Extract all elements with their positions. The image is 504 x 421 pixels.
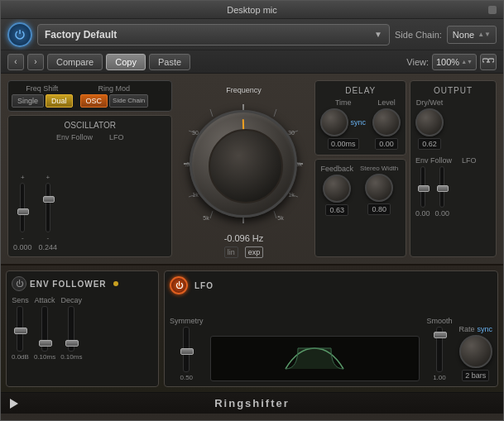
- output-controls: Dry/Wet 0.62: [415, 98, 491, 150]
- plus-label-osc: +: [21, 174, 25, 181]
- delay-time-knob[interactable]: [320, 108, 348, 136]
- lfo-osc-slider[interactable]: [46, 183, 50, 232]
- view-arrows: ▲▼: [461, 59, 473, 65]
- view-zoom-dropdown[interactable]: 100% ▲▼: [432, 54, 477, 70]
- env-attack-label: Attack: [35, 296, 55, 304]
- output-env-slider[interactable]: [420, 166, 425, 208]
- lfo-sync-label[interactable]: sync: [477, 325, 492, 333]
- preset-arrow: ▼: [374, 30, 382, 39]
- lfo-controls: Symmetry 0.50: [170, 298, 492, 381]
- lfo-title: LFO: [194, 281, 214, 290]
- env-decay-thumb[interactable]: [65, 340, 79, 347]
- delay-time-label: Time: [335, 98, 352, 107]
- lfo-osc-thumb[interactable]: [43, 196, 55, 203]
- bottom-label: Ringshifter: [1, 392, 503, 414]
- env-follow-slider[interactable]: [20, 183, 25, 232]
- rate-sync-row: Rate sync: [458, 325, 492, 333]
- frequency-knob[interactable]: [190, 110, 297, 218]
- lfo-box: ⏻ LFO Symmetry 0.50: [164, 270, 498, 387]
- nav-next-button[interactable]: ›: [27, 54, 44, 70]
- mode-buttons-panel: Freq Shift Single Dual Ring Mod OSC Side…: [7, 80, 172, 112]
- svg-text:1k: 1k: [289, 192, 295, 198]
- delay-stereo-group: Stereo Width 0.80: [360, 165, 398, 215]
- view-value: 100%: [436, 57, 459, 67]
- output-lfo-slider[interactable]: [439, 166, 444, 208]
- output-lfo-thumb[interactable]: [437, 185, 449, 192]
- link-button[interactable]: [480, 54, 497, 70]
- lfo-symmetry-label: Symmetry: [170, 317, 204, 325]
- env-power-button[interactable]: ⏻: [12, 276, 26, 291]
- play-button[interactable]: [7, 397, 21, 410]
- env-sens-slider[interactable]: [17, 306, 23, 352]
- exp-button[interactable]: exp: [245, 246, 264, 258]
- env-attack-slider[interactable]: [41, 306, 48, 352]
- output-env-slider-group: 0.00: [415, 166, 430, 218]
- oscillator-title: OSCILLATOR: [13, 121, 166, 130]
- output-sliders-row: 0.00 0.00: [415, 166, 491, 218]
- delay-feedback-value: 0.63: [325, 204, 348, 216]
- sidechain-value: None: [453, 30, 474, 40]
- copy-button[interactable]: Copy: [106, 54, 146, 70]
- svg-line-4: [210, 109, 213, 117]
- delay-stereo-value: 0.80: [367, 203, 391, 215]
- preset-name: Factory Default: [45, 29, 117, 41]
- delay-title: DELAY: [320, 86, 401, 95]
- delay-right: DELAY Time sync 0.00ms: [314, 80, 406, 257]
- env-follower-box: ⏻ ENV FOLLOWER Sens 0.0dB Attack: [6, 270, 159, 387]
- svg-text:30: 30: [289, 130, 295, 136]
- freq-shift-group: Freq Shift Single Dual: [12, 84, 73, 108]
- delay-feedback-knob[interactable]: [323, 175, 351, 203]
- env-sliders: Sens 0.0dB Attack 0.10ms D: [12, 296, 153, 361]
- frequency-label: Frequency: [226, 86, 262, 94]
- preset-dropdown[interactable]: Factory Default ▼: [37, 24, 390, 45]
- top-section: Freq Shift Single Dual Ring Mod OSC Side…: [1, 74, 503, 264]
- delay-upper-box: DELAY Time sync 0.00ms: [314, 80, 406, 155]
- delay-stereo-knob[interactable]: [365, 174, 393, 202]
- single-button[interactable]: Single: [12, 94, 44, 108]
- paste-button[interactable]: Paste: [149, 54, 190, 70]
- lfo-title-row: ⏻ LFO: [170, 276, 492, 294]
- compare-button[interactable]: Compare: [47, 54, 103, 70]
- delay-lower-box: Feedback 0.63 Stereo Width 0.80: [314, 159, 406, 257]
- nav-prev-button[interactable]: ‹: [7, 54, 24, 70]
- lfo-symmetry-slider[interactable]: [183, 327, 190, 372]
- close-button[interactable]: [488, 6, 497, 14]
- output-env-value: 0.00: [415, 209, 430, 218]
- env-sens-thumb[interactable]: [14, 328, 27, 334]
- view-section: View: 100% ▲▼: [406, 54, 497, 70]
- lfo-smooth-slider[interactable]: [436, 327, 443, 372]
- env-sens-label: Sens: [12, 296, 29, 304]
- svg-line-11: [274, 211, 276, 218]
- lin-button[interactable]: lin: [224, 246, 238, 258]
- dry-wet-group: Dry/Wet 0.62: [415, 98, 444, 150]
- output-env-thumb[interactable]: [418, 185, 430, 192]
- ring-mod-row: OSC Side Chain: [80, 94, 149, 108]
- output-lfo-value: 0.00: [435, 209, 450, 218]
- delay-time-group: Time sync 0.00ms: [320, 98, 366, 150]
- lfo-slider-value: 0.244: [39, 243, 58, 251]
- power-button[interactable]: [7, 22, 32, 47]
- env-attack-group: Attack 0.10ms: [34, 296, 55, 361]
- delay-sync-label[interactable]: sync: [350, 118, 366, 127]
- lfo-symmetry-value: 0.50: [180, 374, 193, 381]
- delay-time-sync-row: sync: [320, 108, 366, 136]
- env-decay-slider[interactable]: [68, 306, 74, 352]
- preset-bar: Factory Default ▼ Side Chain: None ▲▼: [1, 19, 503, 50]
- dual-button[interactable]: Dual: [46, 94, 73, 108]
- side-chain-button[interactable]: Side Chain: [109, 94, 148, 108]
- lfo-slider-group: + - 0.244: [39, 174, 58, 251]
- sidechain-dropdown[interactable]: None ▲▼: [447, 26, 497, 44]
- osc-button[interactable]: OSC: [80, 94, 108, 108]
- env-attack-thumb[interactable]: [39, 340, 52, 347]
- lfo-symmetry-thumb[interactable]: [180, 348, 194, 355]
- plugin-window: Desktop mic Factory Default ▼ Side Chain…: [0, 0, 504, 421]
- lfo-smooth-thumb[interactable]: [434, 332, 447, 338]
- title-bar: Desktop mic: [1, 1, 503, 19]
- env-title-row: ⏻ ENV FOLLOWER: [12, 276, 153, 291]
- lfo-rate-knob[interactable]: [459, 335, 492, 368]
- env-follow-thumb[interactable]: [17, 208, 29, 215]
- dry-wet-knob[interactable]: [415, 108, 444, 136]
- lfo-power-button[interactable]: ⏻: [170, 276, 188, 294]
- window-title: Desktop mic: [227, 5, 277, 15]
- delay-level-knob[interactable]: [372, 108, 401, 136]
